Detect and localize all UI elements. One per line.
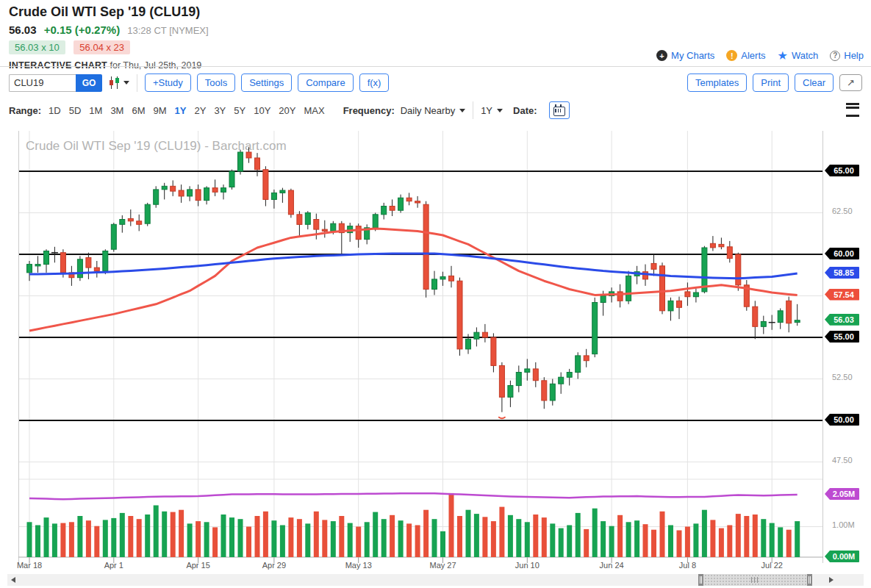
- price-axis: 65.0062.5060.0058.8557.5456.0355.0052.50…: [825, 0, 870, 588]
- interactive-chart-label: INTERACTIVE CHART: [9, 60, 107, 71]
- chart-type-selector[interactable]: [110, 79, 129, 87]
- scrollbar-left-handle[interactable]: [698, 574, 703, 586]
- axis-date-label: Apr 1: [104, 561, 123, 570]
- header: Crude Oil WTI Sep '19 (CLU19) 56.03 +0.1…: [9, 4, 209, 71]
- range-item-1m[interactable]: 1M: [89, 105, 102, 116]
- chart-toolbar: GO +StudyToolsSettingsComparef(x): [9, 74, 395, 92]
- header-divider: [0, 66, 871, 67]
- range-label: Range:: [9, 105, 41, 116]
- toolbar-button-tools[interactable]: Tools: [197, 74, 235, 92]
- axis-price-badge: 60.00: [825, 248, 859, 259]
- header-link-my-charts[interactable]: +My Charts: [656, 50, 714, 61]
- toolbar-button-settings[interactable]: Settings: [241, 74, 292, 92]
- zoom-value: 1Y: [481, 105, 492, 116]
- svg-text:Crude Oil WTI Sep '19 (CLU19): Crude Oil WTI Sep '19 (CLU19) - Barchart…: [26, 139, 287, 153]
- range-item-3y[interactable]: 3Y: [214, 105, 226, 116]
- range-item-20y[interactable]: 20Y: [279, 105, 295, 116]
- axis-date-label: Jun 10: [515, 561, 540, 570]
- axis-price-label: 1.00M: [825, 520, 855, 529]
- axis-date-label: Jul 8: [679, 561, 696, 570]
- axis-price-badge: 50.00: [825, 414, 859, 426]
- axis-date-label: Apr 15: [186, 561, 209, 570]
- toolbar-button-compare[interactable]: Compare: [298, 74, 353, 92]
- toolbar-button-templates[interactable]: Templates: [687, 74, 747, 92]
- plus-circle-icon: +: [656, 50, 667, 61]
- range-item-2y[interactable]: 2Y: [194, 105, 206, 116]
- axis-date-label: May 13: [345, 561, 372, 570]
- header-link-watch[interactable]: ★Watch: [778, 50, 819, 61]
- range-item-1y[interactable]: 1Y: [175, 105, 187, 116]
- range-row: Range: 1D5D1M3M6M9M1Y2Y3Y5Y10Y20YMAX Fre…: [9, 101, 570, 119]
- candlestick-icon: [110, 79, 113, 87]
- header-link-label: Watch: [792, 50, 818, 61]
- chevron-down-icon: [123, 81, 129, 85]
- axis-date-label: Jun 24: [600, 561, 624, 570]
- axis-price-badge: 65.00: [825, 165, 859, 176]
- scroll-left-icon[interactable]: [11, 577, 15, 583]
- scroll-right-icon[interactable]: [829, 577, 834, 583]
- toolbar-divider: [137, 74, 137, 92]
- quote-time: 13:28 CT [NYMEX]: [127, 25, 208, 36]
- range-item-6m[interactable]: 6M: [132, 105, 145, 116]
- axis-price-badge: 57.54: [825, 289, 859, 301]
- toolbar-button-fx[interactable]: f(x): [359, 74, 390, 92]
- axis-date-label: Mar 18: [17, 561, 42, 570]
- date-label: Date:: [513, 105, 537, 116]
- symbol-input[interactable]: [9, 74, 76, 92]
- range-divider: [473, 101, 473, 119]
- alert-icon: !: [726, 50, 737, 61]
- chevron-down-icon: [497, 109, 503, 112]
- go-button[interactable]: GO: [76, 74, 102, 92]
- axis-price-badge: 55.00: [825, 331, 859, 343]
- axis-price-label: 52.50: [825, 373, 853, 381]
- toolbar-button-study[interactable]: +Study: [145, 74, 191, 92]
- bid-badge: 56.03 x 10: [9, 40, 65, 54]
- range-item-5d[interactable]: 5D: [69, 105, 82, 116]
- zoom-dropdown[interactable]: 1Y: [481, 105, 503, 116]
- chart-date-label: for Thu, Jul 25th, 2019: [110, 60, 201, 71]
- price-change: +0.15 (+0.27%): [44, 24, 120, 36]
- axis-price-label: 62.50: [825, 207, 853, 215]
- range-item-5y[interactable]: 5Y: [234, 105, 245, 116]
- price-volume-chart[interactable]: Crude Oil WTI Sep '19 (CLU19) - Barchart…: [18, 131, 823, 566]
- frequency-dropdown[interactable]: Daily Nearby: [401, 105, 465, 116]
- axis-date-label: Jul 22: [761, 561, 783, 570]
- axis-date-label: May 27: [429, 561, 456, 570]
- range-item-9m[interactable]: 9M: [154, 105, 167, 116]
- range-item-max[interactable]: MAX: [304, 105, 324, 116]
- header-link-label: My Charts: [671, 50, 714, 61]
- range-item-3m[interactable]: 3M: [110, 105, 123, 116]
- chevron-down-icon: [459, 109, 465, 112]
- header-link-alerts[interactable]: !Alerts: [726, 50, 765, 61]
- axis-date-label: Apr 29: [262, 561, 286, 570]
- scrollbar-right-handle[interactable]: [807, 574, 812, 586]
- range-item-10y[interactable]: 10Y: [254, 105, 270, 116]
- date-axis: Mar 18Apr 1Apr 15Apr 29May 13May 27Jun 1…: [0, 561, 871, 573]
- page-title: Crude Oil WTI Sep '19 (CLU19): [9, 4, 209, 20]
- last-price: 56.03: [9, 24, 37, 36]
- frequency-label: Frequency:: [343, 105, 395, 116]
- axis-price-badge: 56.03: [825, 314, 859, 326]
- range-item-1d[interactable]: 1D: [49, 105, 61, 116]
- candlestick-icon: [115, 79, 119, 87]
- scrollbar-thumb[interactable]: [698, 574, 812, 586]
- frequency-value: Daily Nearby: [401, 105, 455, 116]
- calendar-icon: [553, 107, 565, 116]
- ask-badge: 56.04 x 23: [74, 40, 130, 54]
- header-link-label: Alerts: [741, 50, 765, 61]
- barchart-interactive-chart-page: Crude Oil WTI Sep '19 (CLU19) 56.03 +0.1…: [0, 0, 871, 588]
- scrollbar-grip-icon: [751, 577, 759, 583]
- axis-price-badge: 58.85: [825, 267, 859, 279]
- axis-price-label: 47.50: [825, 456, 853, 465]
- star-icon: ★: [778, 50, 788, 61]
- chart-scrollbar[interactable]: [7, 574, 864, 586]
- calendar-button[interactable]: [549, 101, 570, 119]
- toolbar-button-print[interactable]: Print: [753, 74, 789, 92]
- axis-price-badge: 2.05M: [825, 488, 859, 500]
